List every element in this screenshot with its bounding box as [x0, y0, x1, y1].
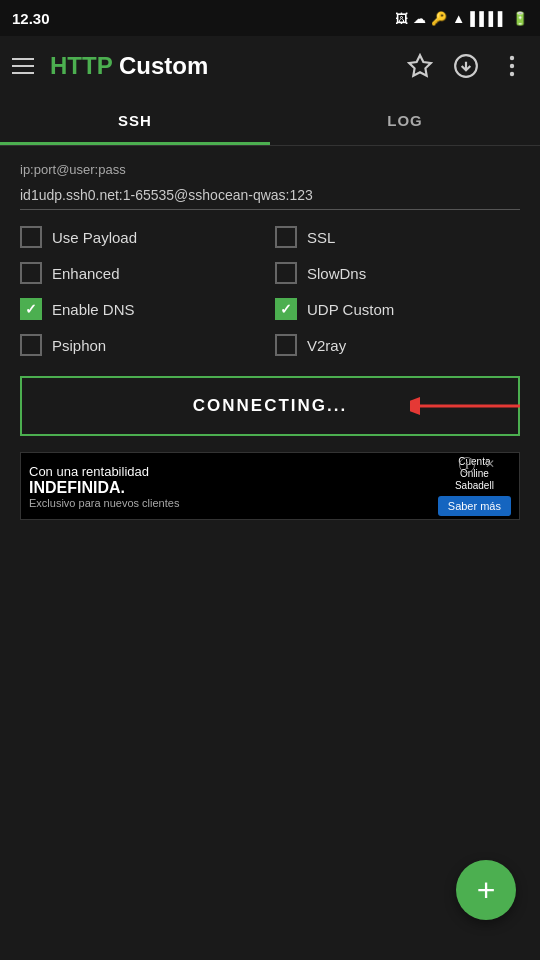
top-bar: HTTP Custom — [0, 36, 540, 96]
svg-point-1 — [510, 56, 514, 60]
status-bar: 12.30 🖼 ☁ 🔑 ▲ ▌▌▌▌ 🔋 — [0, 0, 540, 36]
top-bar-left: HTTP Custom — [12, 52, 208, 80]
checkboxes-grid: Use Payload SSL Enhanced SlowDns Enable … — [20, 226, 520, 356]
download-button[interactable] — [450, 50, 482, 82]
server-input[interactable] — [20, 181, 520, 210]
server-label: ip:port@user:pass — [20, 162, 520, 177]
checkbox-udp-custom[interactable]: UDP Custom — [275, 298, 520, 320]
checkbox-slowdns-box[interactable] — [275, 262, 297, 284]
svg-point-3 — [510, 72, 514, 76]
tab-log[interactable]: LOG — [270, 96, 540, 145]
status-time: 12.30 — [12, 10, 50, 27]
checkbox-enhanced-box[interactable] — [20, 262, 42, 284]
checkbox-ssl-label: SSL — [307, 229, 335, 246]
ad-line3: Exclusivo para nuevos clientes — [29, 497, 430, 509]
more-button[interactable] — [496, 50, 528, 82]
connect-btn-wrapper: CONNECTING... — [20, 376, 520, 436]
ad-cta-button[interactable]: Saber más — [438, 496, 511, 516]
checkbox-enable-dns-label: Enable DNS — [52, 301, 135, 318]
plus-icon: + — [477, 874, 496, 906]
key-icon: 🔑 — [431, 11, 447, 26]
checkbox-enable-dns[interactable]: Enable DNS — [20, 298, 265, 320]
checkbox-enhanced-label: Enhanced — [52, 265, 120, 282]
checkbox-slowdns-label: SlowDns — [307, 265, 366, 282]
image-icon: 🖼 — [395, 11, 408, 26]
checkbox-v2ray-box[interactable] — [275, 334, 297, 356]
fab-add-button[interactable]: + — [456, 860, 516, 920]
checkbox-use-payload-label: Use Payload — [52, 229, 137, 246]
checkbox-psiphon-box[interactable] — [20, 334, 42, 356]
checkbox-ssl[interactable]: SSL — [275, 226, 520, 248]
checkbox-use-payload-box[interactable] — [20, 226, 42, 248]
ad-banner[interactable]: Con una rentabilidad INDEFINIDA. Exclusi… — [20, 452, 520, 520]
ad-line2: INDEFINIDA. — [29, 479, 430, 497]
app-title-custom: Custom — [112, 52, 208, 79]
checkbox-v2ray-label: V2ray — [307, 337, 346, 354]
ad-info-icon[interactable]: ℹ — [459, 457, 475, 473]
checkbox-v2ray[interactable]: V2ray — [275, 334, 520, 356]
ad-text: Con una rentabilidad INDEFINIDA. Exclusi… — [29, 464, 430, 509]
checkbox-psiphon[interactable]: Psiphon — [20, 334, 265, 356]
top-bar-right — [404, 50, 528, 82]
checkbox-psiphon-label: Psiphon — [52, 337, 106, 354]
app-title-http: HTTP — [50, 52, 112, 79]
checkbox-udp-custom-label: UDP Custom — [307, 301, 394, 318]
battery-icon: 🔋 — [512, 11, 528, 26]
cloud-icon: ☁ — [413, 11, 426, 26]
svg-point-2 — [510, 64, 514, 68]
signal-icon: ▌▌▌▌ — [470, 11, 507, 26]
checkbox-use-payload[interactable]: Use Payload — [20, 226, 265, 248]
app-title: HTTP Custom — [50, 52, 208, 80]
tabs: SSH LOG — [0, 96, 540, 146]
checkbox-enhanced[interactable]: Enhanced — [20, 262, 265, 284]
main-content: ip:port@user:pass Use Payload SSL Enhanc… — [0, 146, 540, 536]
ad-close-button[interactable]: ✕ — [485, 457, 495, 471]
checkbox-ssl-box[interactable] — [275, 226, 297, 248]
checkbox-udp-custom-box[interactable] — [275, 298, 297, 320]
star-button[interactable] — [404, 50, 436, 82]
checkbox-slowdns[interactable]: SlowDns — [275, 262, 520, 284]
checkbox-enable-dns-box[interactable] — [20, 298, 42, 320]
ad-line1: Con una rentabilidad — [29, 464, 430, 479]
wifi-icon: ▲ — [452, 11, 465, 26]
status-icons: 🖼 ☁ 🔑 ▲ ▌▌▌▌ 🔋 — [395, 11, 528, 26]
connect-button[interactable]: CONNECTING... — [20, 376, 520, 436]
tab-ssh[interactable]: SSH — [0, 96, 270, 145]
menu-button[interactable] — [12, 58, 34, 74]
